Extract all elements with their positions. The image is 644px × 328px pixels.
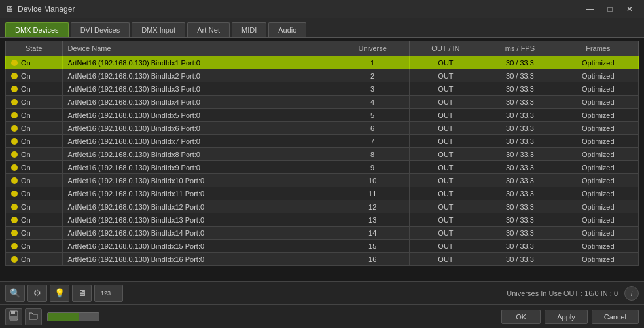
cell-name: ArtNet16 (192.168.0.130) BindIdx5 Port:0 xyxy=(62,109,336,122)
ok-button[interactable]: OK xyxy=(501,310,541,324)
status-dot xyxy=(11,73,18,79)
cell-out-in: OUT xyxy=(409,109,482,122)
close-button[interactable]: ✕ xyxy=(620,3,639,16)
cell-state: On xyxy=(6,200,63,213)
table-row[interactable]: OnArtNet16 (192.168.0.130) BindIdx12 Por… xyxy=(6,200,639,213)
table-row[interactable]: OnArtNet16 (192.168.0.130) BindIdx10 Por… xyxy=(6,174,639,187)
table-row[interactable]: OnArtNet16 (192.168.0.130) BindIdx1 Port… xyxy=(6,56,639,69)
cancel-button[interactable]: Cancel xyxy=(592,310,639,324)
monitor-button[interactable]: 🖥 xyxy=(72,285,92,302)
cell-state: On xyxy=(6,187,63,200)
state-label: On xyxy=(21,190,31,198)
table-row[interactable]: OnArtNet16 (192.168.0.130) BindIdx7 Port… xyxy=(6,135,639,148)
state-label: On xyxy=(21,72,31,80)
maximize-button[interactable]: □ xyxy=(601,3,619,16)
cell-frames: Optimized xyxy=(558,174,638,187)
light-icon: 💡 xyxy=(54,288,65,298)
table-row[interactable]: OnArtNet16 (192.168.0.130) BindIdx14 Por… xyxy=(6,227,639,240)
cell-ms-fps: 30 / 33.3 xyxy=(482,174,558,187)
settings-button[interactable]: ⚙ xyxy=(27,285,47,302)
numeric-button[interactable]: 123… xyxy=(94,285,123,302)
tab-audio[interactable]: Audio xyxy=(268,22,306,37)
cell-out-in: OUT xyxy=(409,187,482,200)
status-dot xyxy=(11,243,18,249)
cell-frames: Optimized xyxy=(558,200,638,213)
cell-name: ArtNet16 (192.168.0.130) BindIdx15 Port:… xyxy=(62,240,336,253)
cell-name: ArtNet16 (192.168.0.130) BindIdx4 Port:0 xyxy=(62,96,336,109)
cell-out-in: OUT xyxy=(409,253,482,266)
cell-state: On xyxy=(6,69,63,82)
minimize-button[interactable]: — xyxy=(581,3,599,16)
table-row[interactable]: OnArtNet16 (192.168.0.130) BindIdx2 Port… xyxy=(6,69,639,82)
title-bar: 🖥 Device Manager — □ ✕ xyxy=(0,0,644,18)
table-row[interactable]: OnArtNet16 (192.168.0.130) BindIdx3 Port… xyxy=(6,82,639,96)
app-title: Device Manager xyxy=(18,5,75,14)
tab-dvi-devices[interactable]: DVI Devices xyxy=(71,22,130,37)
table-row[interactable]: OnArtNet16 (192.168.0.130) BindIdx8 Port… xyxy=(6,148,639,161)
cell-state: On xyxy=(6,148,63,161)
cell-frames: Optimized xyxy=(558,135,638,148)
state-label: On xyxy=(21,59,31,67)
action-bar: OK Apply Cancel xyxy=(0,304,644,328)
tab-midi[interactable]: MIDI xyxy=(232,22,266,37)
cell-universe: 11 xyxy=(336,187,409,200)
cell-name: ArtNet16 (192.168.0.130) BindIdx16 Port:… xyxy=(62,253,336,266)
col-header-universe: Universe xyxy=(336,41,409,56)
cell-frames: Optimized xyxy=(558,56,638,69)
cell-universe: 3 xyxy=(336,82,409,96)
cell-out-in: OUT xyxy=(409,240,482,253)
cell-out-in: OUT xyxy=(409,122,482,135)
cell-ms-fps: 30 / 33.3 xyxy=(482,69,558,82)
status-dot xyxy=(11,177,18,184)
cell-ms-fps: 30 / 33.3 xyxy=(482,187,558,200)
info-icon: i xyxy=(630,289,632,297)
cell-universe: 9 xyxy=(336,161,409,174)
cell-ms-fps: 30 / 33.3 xyxy=(482,82,558,96)
table-row[interactable]: OnArtNet16 (192.168.0.130) BindIdx15 Por… xyxy=(6,240,639,253)
monitor-icon: 🖥 xyxy=(78,288,86,298)
cell-name: ArtNet16 (192.168.0.130) BindIdx10 Port:… xyxy=(62,174,336,187)
cell-universe: 16 xyxy=(336,253,409,266)
cell-universe: 13 xyxy=(336,213,409,227)
cell-state: On xyxy=(6,135,63,148)
cell-frames: Optimized xyxy=(558,227,638,240)
cell-frames: Optimized xyxy=(558,82,638,96)
info-button[interactable]: i xyxy=(624,286,639,301)
status-dot xyxy=(11,204,18,210)
cell-universe: 6 xyxy=(336,122,409,135)
table-row[interactable]: OnArtNet16 (192.168.0.130) BindIdx5 Port… xyxy=(6,109,639,122)
apply-button[interactable]: Apply xyxy=(545,310,588,324)
cell-universe: 4 xyxy=(336,96,409,109)
col-header-msFps: ms / FPS xyxy=(482,41,558,56)
title-bar-left: 🖥 Device Manager xyxy=(5,4,75,14)
cell-state: On xyxy=(6,253,63,266)
tab-artnet[interactable]: Art-Net xyxy=(187,22,230,37)
status-dot xyxy=(11,125,18,132)
svg-rect-1 xyxy=(11,311,15,314)
status-dot xyxy=(11,217,18,223)
col-header-state: State xyxy=(6,41,63,56)
cell-ms-fps: 30 / 33.3 xyxy=(482,135,558,148)
tab-dmx-devices[interactable]: DMX Devices xyxy=(5,22,69,37)
state-label: On xyxy=(21,124,31,132)
state-label: On xyxy=(21,177,31,185)
col-header-frames: Frames xyxy=(558,41,638,56)
save-button[interactable] xyxy=(5,308,22,325)
table-row[interactable]: OnArtNet16 (192.168.0.130) BindIdx16 Por… xyxy=(6,253,639,266)
cell-state: On xyxy=(6,161,63,174)
light-button[interactable]: 💡 xyxy=(50,285,69,302)
cell-name: ArtNet16 (192.168.0.130) BindIdx6 Port:0 xyxy=(62,122,336,135)
cell-universe: 2 xyxy=(336,69,409,82)
cell-ms-fps: 30 / 33.3 xyxy=(482,148,558,161)
state-label: On xyxy=(21,203,31,211)
tab-dmx-input[interactable]: DMX Input xyxy=(132,22,185,37)
table-row[interactable]: OnArtNet16 (192.168.0.130) BindIdx4 Port… xyxy=(6,96,639,109)
cell-ms-fps: 30 / 33.3 xyxy=(482,227,558,240)
search-button[interactable]: 🔍 xyxy=(5,285,25,302)
table-row[interactable]: OnArtNet16 (192.168.0.130) BindIdx11 Por… xyxy=(6,187,639,200)
table-row[interactable]: OnArtNet16 (192.168.0.130) BindIdx6 Port… xyxy=(6,122,639,135)
load-button[interactable] xyxy=(25,308,42,325)
cell-ms-fps: 30 / 33.3 xyxy=(482,56,558,69)
table-row[interactable]: OnArtNet16 (192.168.0.130) BindIdx9 Port… xyxy=(6,161,639,174)
table-row[interactable]: OnArtNet16 (192.168.0.130) BindIdx13 Por… xyxy=(6,213,639,227)
